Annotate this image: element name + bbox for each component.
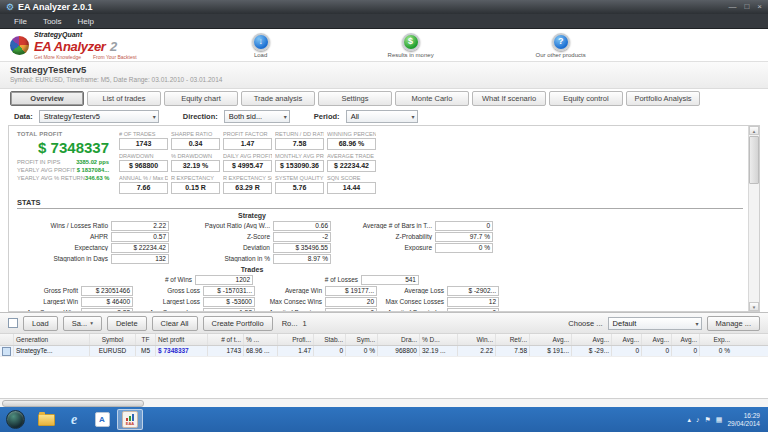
report-header: StrategyTesterv5 Symbol: EURUSD, Timefra… (0, 61, 768, 89)
create-portfolio-button[interactable]: Create Portfolio (203, 316, 273, 331)
scroll-down-icon[interactable]: ▼ (749, 302, 759, 311)
document-app-taskbar-button[interactable]: A (89, 409, 115, 430)
app-gear-icon: ⚙ (6, 2, 14, 12)
total-profit-label: TOTAL PROFIT (17, 131, 109, 137)
chevron-down-icon: ▾ (408, 113, 415, 120)
metric-cell: DAILY AVG PROFIT$ 4995.47 (223, 153, 272, 172)
stat-field: Average # of Bars in T...0 (341, 221, 493, 230)
menu-tools[interactable]: Tools (43, 17, 62, 26)
stat-field: # of Losses541 (279, 275, 419, 284)
metric-cell: SYSTEM QUALITY NUMBER5.76 (275, 175, 324, 194)
choose-select[interactable]: Default ▾ (608, 317, 702, 330)
stat-field: Stagnation in Days132 (17, 254, 169, 263)
table-empty-area (0, 357, 768, 398)
tab-trade-analysis[interactable]: Trade analysis (241, 91, 315, 106)
save-button[interactable]: Sa...▾ (63, 316, 102, 331)
stat-field: Gross Loss$ -157031... (139, 286, 255, 295)
scrollbar-thumb[interactable] (749, 136, 759, 184)
results-in-money-button[interactable]: $ Results in money (365, 33, 457, 58)
document-app-icon: A (95, 412, 110, 427)
metrics-grid: # OF TRADES1743 SHARPE RATIO0.34 PROFIT … (119, 129, 376, 194)
summary-row: PROFIT IN PIPS 3385.02 pps (17, 159, 109, 165)
tab-overview[interactable]: Overview (10, 91, 84, 106)
menu-help[interactable]: Help (78, 17, 94, 26)
load-button[interactable]: Load (23, 316, 58, 331)
load-quick-button[interactable]: ↓ Load (215, 33, 307, 58)
stat-field: Largest Win$ 46400 (17, 297, 133, 306)
data-select-value: StrategyTesterv5 (44, 112, 100, 121)
load-quick-label: Load (254, 52, 267, 58)
stat-field: Average Win$ 19177... (261, 286, 377, 295)
filter-bar: Data: StrategyTesterv5 ▾ Direction: Both… (0, 108, 768, 125)
tab-list-of-trades[interactable]: List of trades (87, 91, 161, 106)
rows-label: Ro... (282, 319, 298, 328)
taskbar-clock[interactable]: 16:29 29/04/2014 (727, 412, 760, 428)
menu-bar: File Tools Help (0, 14, 768, 29)
stat-field: Z-Score-2 (179, 232, 331, 241)
stat-field: Avg # of Bars in L...0 (383, 308, 499, 312)
title-bar: ⚙ EA Analyzer 2.0.1 — □ × (0, 0, 768, 14)
data-label: Data: (14, 112, 33, 121)
metric-cell: SHARPE RATIO0.34 (171, 131, 220, 150)
folder-icon (38, 414, 55, 426)
delete-button[interactable]: Delete (107, 316, 147, 331)
other-products-button[interactable]: ? Our other products (515, 33, 607, 58)
chevron-down-icon: ▾ (280, 113, 287, 120)
close-button[interactable]: × (757, 3, 762, 11)
brand-ea-analyzer: EA Analyzer (34, 39, 106, 54)
manage-button[interactable]: Manage ... (707, 316, 760, 331)
metric-cell: PROFIT FACTOR1.47 (223, 131, 272, 150)
strategy-subheader: Strategy (17, 212, 487, 219)
stat-field: Z-Probability97.7 % (341, 232, 493, 241)
action-center-flag-icon[interactable]: ⚑ (705, 416, 711, 423)
metric-cell: R EXPECTANCY0.15 R (171, 175, 220, 194)
internet-explorer-taskbar-button[interactable]: e (61, 409, 87, 430)
stat-field: Deviation$ 35496.55 (179, 243, 331, 252)
maximize-button[interactable]: □ (744, 3, 749, 11)
chevron-down-icon: ▾ (692, 320, 699, 327)
clock-time: 16:29 (727, 412, 760, 420)
tray-expand-icon[interactable]: ▴ (688, 416, 692, 423)
select-all-checkbox[interactable] (8, 318, 18, 328)
tab-portfolio-analysis[interactable]: Portfolio Analysis (626, 91, 700, 106)
download-icon: ↓ (252, 33, 270, 51)
metric-cell: R EXPECTANCY SCORE63.29 R (223, 175, 272, 194)
table-row[interactable]: StrategyTe... EURUSD M5 $ 7348337 1743 6… (0, 346, 768, 357)
direction-label: Direction: (183, 112, 218, 121)
tab-equity-control[interactable]: Equity control (549, 91, 623, 106)
portfolio-table: Generation Symbol TF Net profit # of t..… (0, 334, 768, 398)
volume-icon[interactable]: ♪ (696, 416, 700, 423)
metric-cell: SQN SCORE14.44 (327, 175, 376, 194)
tab-what-if-scenario[interactable]: What If scenario (472, 91, 546, 106)
start-button[interactable] (6, 410, 25, 429)
windows-taskbar: e A EAA ▴ ♪ ⚑ ▦ 16:29 29/04/2014 (0, 407, 768, 432)
metric-cell: AVERAGE TRADE$ 22234.42 (327, 153, 376, 172)
tab-equity-chart[interactable]: Equity chart (164, 91, 238, 106)
ea-analyzer-taskbar-button[interactable]: EAA (117, 409, 143, 430)
ea-analyzer-window: ⚙ EA Analyzer 2.0.1 — □ × File Tools Hel… (0, 0, 768, 432)
table-horizontal-scrollbar[interactable] (0, 398, 768, 407)
stat-field: AHPR0.57 (17, 232, 169, 241)
content-vertical-scrollbar[interactable]: ▲ ▼ (748, 126, 759, 311)
portfolio-panel: Load Sa...▾ Delete Clear All Create Port… (0, 312, 768, 407)
tab-monte-carlo[interactable]: Monte Carlo (395, 91, 469, 106)
period-select[interactable]: All ▾ (346, 110, 418, 123)
wins-losses-row: # of Wins1202 # of Losses541 (113, 275, 743, 284)
data-select[interactable]: StrategyTesterv5 ▾ (39, 110, 159, 123)
stat-field: Avg Consec Wins3.38 (17, 308, 133, 312)
network-icon[interactable]: ▦ (716, 416, 723, 423)
stat-field: Max Consec Losses12 (383, 297, 499, 306)
ea-analyzer-icon: EAA (122, 411, 138, 428)
row-checkbox[interactable] (2, 347, 11, 356)
scroll-up-icon[interactable]: ▲ (749, 126, 759, 135)
brand-version: 2 (110, 39, 117, 54)
metric-cell: DRAWDOWN$ 968800 (119, 153, 168, 172)
stats-section-header: STATS (17, 198, 743, 209)
file-explorer-taskbar-button[interactable] (33, 409, 59, 430)
direction-select[interactable]: Both sid... ▾ (224, 110, 290, 123)
tab-settings[interactable]: Settings (318, 91, 392, 106)
minimize-button[interactable]: — (728, 3, 736, 11)
scrollbar-thumb[interactable] (2, 400, 144, 407)
menu-file[interactable]: File (14, 17, 27, 26)
clear-all-button[interactable]: Clear All (152, 316, 198, 331)
